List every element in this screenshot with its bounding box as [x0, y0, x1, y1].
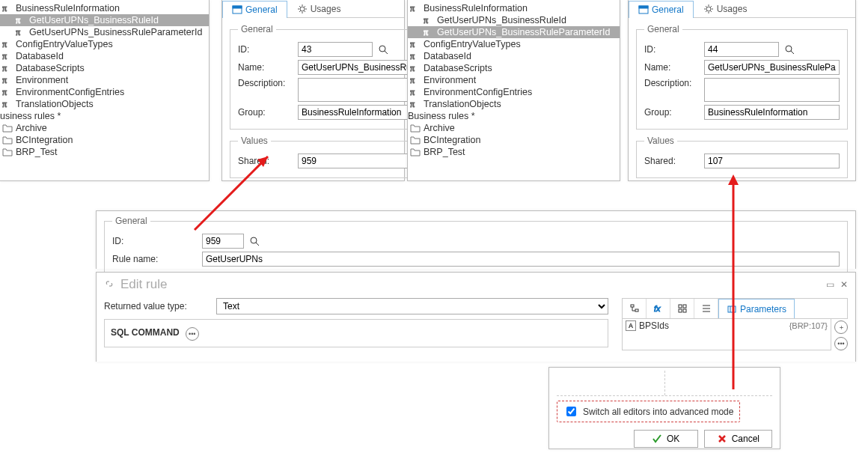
name-field[interactable] — [704, 60, 840, 75]
tree-item-label: EnvironmentConfigEntries — [424, 87, 532, 97]
label-shared: Shared: — [238, 156, 298, 166]
form-a: General Usages General ID: Name: Descrip… — [221, 0, 405, 181]
add-button[interactable]: ＋ — [834, 320, 848, 334]
tree-item-label: ConfigEntryValueTypes — [16, 39, 113, 49]
edit-rule-panel: Edit rule ▭ ✕ Returned value type: Text … — [96, 272, 856, 362]
tree-item-label: GetUserUPNs_BusinessRuleParameterId — [437, 27, 610, 37]
btn-label: OK — [667, 434, 679, 444]
tool-grid-icon[interactable] — [670, 299, 694, 318]
advanced-mode-toggle[interactable]: Switch all editors into advanced mode — [557, 401, 740, 422]
advanced-mode-checkbox[interactable] — [566, 407, 576, 416]
tree-item[interactable]: Archive — [408, 122, 620, 134]
label-name: Name: — [238, 62, 298, 73]
maximize-icon[interactable]: ▭ — [826, 279, 834, 290]
tree-item[interactable]: DatabaseId — [0, 50, 209, 62]
tree-item[interactable]: Environment — [408, 74, 620, 86]
tree-item-label: Archive — [16, 123, 47, 133]
tree-item[interactable]: BRP_Test — [408, 146, 620, 158]
parameter-row[interactable]: A BPSIds {BRP:107} — [626, 320, 828, 331]
tree-item[interactable]: DatabaseId — [408, 50, 620, 62]
link-icon — [104, 279, 114, 291]
description-field[interactable] — [704, 78, 840, 102]
group-general: General ID: Name: Description: Group: — [230, 24, 431, 130]
tree-item[interactable]: BusinessRuleInformation — [0, 2, 209, 14]
tree-item[interactable]: EnvironmentConfigEntries — [0, 86, 209, 98]
tree-item[interactable]: BRP_Test — [0, 146, 209, 158]
folder-icon — [409, 123, 421, 133]
tree-item[interactable]: DatabaseScripts — [408, 62, 620, 74]
label-retval: Returned value type: — [104, 301, 216, 311]
tree-item[interactable]: ConfigEntryValueTypes — [0, 38, 209, 50]
tool-list-icon[interactable] — [694, 299, 718, 318]
btn-label: Cancel — [732, 434, 760, 444]
close-icon[interactable]: ✕ — [840, 279, 848, 290]
tree-left: BusinessRuleInformationGetUserUPNs_Busin… — [0, 0, 210, 181]
rule-body[interactable]: SQL COMMAND ••• — [104, 319, 608, 347]
tree-item-label: ConfigEntryValueTypes — [424, 39, 521, 49]
tree-item[interactable]: EnvironmentConfigEntries — [408, 86, 620, 98]
tab-usages[interactable]: Usages — [287, 0, 351, 17]
description-field[interactable] — [298, 78, 423, 102]
label-rulename: Rule name: — [112, 254, 202, 264]
tab-label: Usages — [311, 4, 341, 14]
tree-item[interactable]: DatabaseScripts — [0, 62, 209, 74]
ok-button[interactable]: OK — [634, 430, 698, 448]
tree-item-label: Environment — [16, 75, 68, 85]
sql-command-chip[interactable]: SQL COMMAND — [111, 327, 180, 338]
pi-icon — [1, 51, 13, 61]
window-controls: ▭ ✕ — [826, 279, 848, 290]
tree-item[interactable]: TranslationObjects — [0, 98, 209, 110]
tree-item[interactable]: BCIntegration — [0, 134, 209, 146]
rule-name-field[interactable] — [202, 252, 840, 267]
tab-usages[interactable]: Usages — [694, 0, 757, 17]
tab-general[interactable]: General — [222, 1, 287, 18]
folder-icon — [1, 123, 13, 133]
check-icon — [652, 434, 662, 444]
more-button[interactable]: ••• — [834, 337, 848, 350]
tree-item[interactable]: GetUserUPNs_BusinessRuleId — [408, 14, 620, 26]
tool-fx-icon[interactable] — [647, 299, 670, 318]
tree-item[interactable]: Archive — [0, 122, 209, 134]
lookup-icon[interactable] — [782, 42, 797, 57]
return-type-select[interactable]: Text — [216, 298, 608, 314]
bottom-dialog: Switch all editors into advanced mode OK… — [548, 367, 780, 449]
folder-icon — [1, 147, 13, 157]
tree-item[interactable]: ConfigEntryValueTypes — [408, 38, 620, 50]
tree-item-label: usiness rules * — [0, 111, 61, 121]
legend: Values — [644, 136, 677, 146]
group-field[interactable] — [704, 105, 840, 120]
group-field[interactable] — [298, 105, 423, 120]
tab-parameters[interactable]: Parameters — [718, 299, 795, 318]
lookup-icon[interactable] — [247, 234, 262, 249]
tree-item[interactable]: GetUserUPNs_BusinessRuleId — [0, 14, 209, 26]
edit-rule-title: Edit rule — [120, 277, 167, 292]
pi-icon — [1, 3, 13, 13]
shared-field[interactable] — [298, 153, 418, 168]
tree-item-label: BRP_Test — [424, 147, 465, 157]
pi-icon — [409, 99, 421, 109]
tool-tree-icon[interactable] — [623, 299, 647, 318]
tree-item[interactable]: GetUserUPNs_BusinessRuleParameterId — [0, 26, 209, 38]
tree-item[interactable]: Business rules * — [408, 110, 620, 122]
pi-icon — [409, 75, 421, 85]
pi-icon — [409, 51, 421, 61]
tree-item[interactable]: usiness rules * — [0, 110, 209, 122]
cancel-button[interactable]: Cancel — [704, 430, 772, 448]
pi-icon — [409, 87, 421, 97]
group-values: Values Shared: — [636, 136, 848, 178]
tree-item-label: Environment — [424, 75, 476, 85]
name-field[interactable] — [298, 60, 423, 75]
ellipsis-button[interactable]: ••• — [186, 327, 199, 341]
lookup-icon[interactable] — [376, 42, 391, 57]
pi-icon — [1, 87, 13, 97]
tree-item-label: Archive — [424, 123, 455, 133]
lower-general: General ID: Rule name: — [96, 210, 856, 269]
tree-item[interactable]: Environment — [0, 74, 209, 86]
tree-item[interactable]: GetUserUPNs_BusinessRuleParameterId — [408, 26, 620, 38]
tree-item[interactable]: BCIntegration — [408, 134, 620, 146]
shared-field[interactable] — [704, 153, 840, 168]
tab-general[interactable]: General — [629, 1, 694, 18]
tree-item[interactable]: TranslationObjects — [408, 98, 620, 110]
tree-item[interactable]: BusinessRuleInformation — [408, 2, 620, 14]
legend: Values — [238, 136, 271, 146]
